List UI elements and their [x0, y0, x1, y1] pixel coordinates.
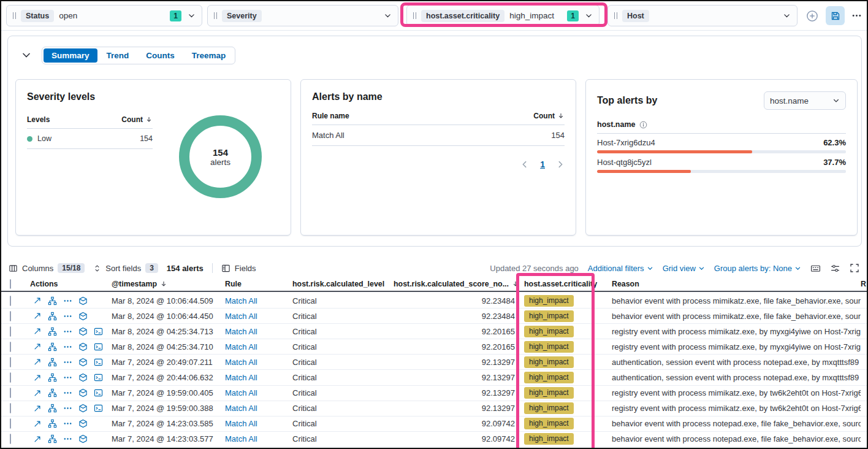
rule-link[interactable]: Match All — [225, 358, 257, 367]
top-alert-host-name[interactable]: Host-7xrig6dzu4 — [597, 138, 655, 147]
header-risk-level[interactable]: host.risk.calculated_level — [292, 280, 394, 288]
investigate-timeline-icon[interactable] — [78, 342, 88, 351]
reason-cell[interactable]: registry event with process mimikatz.exe… — [612, 342, 861, 351]
chevron-down-icon[interactable] — [188, 12, 196, 20]
session-view-icon[interactable] — [94, 388, 103, 397]
header-timestamp[interactable]: @timestamp — [112, 280, 225, 288]
more-actions-icon[interactable] — [63, 327, 72, 336]
analyze-event-icon[interactable] — [48, 373, 57, 382]
more-actions-icon[interactable] — [63, 373, 72, 382]
chevron-down-icon[interactable] — [585, 12, 593, 20]
analyze-event-icon[interactable] — [48, 434, 57, 443]
row-checkbox[interactable] — [10, 434, 11, 444]
session-view-icon[interactable] — [94, 404, 103, 413]
session-view-icon[interactable] — [94, 373, 103, 382]
drag-handle-icon[interactable] — [13, 12, 16, 19]
next-page-icon[interactable] — [556, 160, 565, 169]
row-checkbox[interactable] — [10, 296, 11, 306]
fullscreen-icon[interactable] — [850, 263, 859, 273]
rule-link[interactable]: Match All — [225, 404, 257, 413]
analyze-event-icon[interactable] — [48, 388, 57, 397]
reason-cell[interactable]: registry event with process mimikatz.exe… — [612, 327, 861, 336]
more-actions-icon[interactable] — [63, 388, 72, 397]
header-reason[interactable]: Reason — [612, 280, 861, 288]
investigate-timeline-icon[interactable] — [78, 327, 88, 336]
reason-cell[interactable]: behavior event with process notepad.exe,… — [612, 419, 861, 428]
keyboard-shortcuts-icon[interactable] — [810, 263, 821, 274]
chevron-down-icon[interactable] — [783, 12, 791, 20]
investigate-timeline-icon[interactable] — [78, 296, 88, 305]
analyze-event-icon[interactable] — [48, 342, 57, 351]
reason-cell[interactable]: registry event with process mimikatz.exe… — [612, 404, 861, 413]
display-options-icon[interactable] — [830, 263, 840, 274]
fields-button[interactable]: Fields — [221, 264, 256, 273]
expand-alert-icon[interactable] — [33, 389, 42, 397]
columns-button[interactable]: Columns 15/18 — [9, 263, 85, 273]
row-checkbox[interactable] — [10, 311, 11, 321]
investigate-timeline-icon[interactable] — [78, 373, 88, 382]
analyze-event-icon[interactable] — [48, 404, 57, 413]
expand-alert-icon[interactable] — [33, 358, 42, 366]
expand-alert-icon[interactable] — [33, 312, 42, 320]
header-rule[interactable]: Rule — [225, 280, 292, 288]
filter-host[interactable]: Host — [607, 5, 798, 26]
rule-link[interactable]: Match All — [225, 434, 257, 443]
analyze-event-icon[interactable] — [48, 419, 57, 428]
header-criticality[interactable]: host.asset.criticality — [520, 280, 612, 288]
sort-fields-button[interactable]: Sort fields 3 — [93, 263, 158, 273]
top-alert-host-name[interactable]: Host-qtg8jc5yzl — [597, 158, 652, 167]
drag-handle-icon[interactable] — [214, 12, 217, 19]
investigate-timeline-icon[interactable] — [78, 388, 88, 397]
expand-alert-icon[interactable] — [33, 327, 42, 336]
drag-handle-icon[interactable] — [413, 12, 416, 19]
save-query-button[interactable] — [826, 6, 845, 25]
session-view-icon[interactable] — [94, 358, 103, 367]
analyze-event-icon[interactable] — [48, 358, 57, 367]
expand-alert-icon[interactable] — [33, 435, 42, 443]
collapse-summary-icon[interactable] — [21, 50, 31, 60]
investigate-timeline-icon[interactable] — [78, 358, 88, 367]
rule-count-col[interactable]: Count — [533, 112, 555, 120]
select-all-checkbox[interactable] — [10, 279, 11, 289]
top-alerts-field-select[interactable]: host.name — [764, 91, 846, 110]
row-checkbox[interactable] — [10, 403, 11, 413]
info-icon[interactable] — [639, 121, 647, 129]
investigate-timeline-icon[interactable] — [78, 404, 88, 413]
analyze-event-icon[interactable] — [48, 296, 57, 305]
expand-alert-icon[interactable] — [33, 420, 42, 428]
prev-page-icon[interactable] — [520, 160, 529, 169]
investigate-timeline-icon[interactable] — [78, 312, 88, 321]
row-checkbox[interactable] — [10, 372, 11, 383]
tab-summary[interactable]: Summary — [44, 48, 97, 63]
rule-link[interactable]: Match All — [225, 419, 257, 428]
reason-cell[interactable]: behavior event with process mimikatz.exe… — [612, 312, 861, 321]
rule-link[interactable]: Match All — [225, 388, 257, 397]
more-actions-icon[interactable] — [63, 358, 72, 367]
row-checkbox[interactable] — [10, 357, 11, 367]
tab-trend[interactable]: Trend — [99, 48, 137, 63]
session-view-icon[interactable] — [94, 327, 103, 336]
more-actions-icon[interactable] — [63, 419, 72, 428]
reason-cell[interactable]: behavior event with process notepad.exe,… — [612, 434, 861, 443]
more-actions-icon[interactable] — [63, 296, 72, 305]
investigate-timeline-icon[interactable] — [78, 434, 88, 443]
group-alerts-button[interactable]: Group alerts by: None — [714, 264, 801, 273]
row-checkbox[interactable] — [10, 418, 11, 429]
filter-host-asset-criticality[interactable]: host.asset.criticality high_impact 1 — [406, 5, 600, 26]
analyze-event-icon[interactable] — [48, 327, 57, 336]
expand-alert-icon[interactable] — [33, 374, 42, 382]
analyze-event-icon[interactable] — [48, 312, 57, 321]
expand-alert-icon[interactable] — [33, 296, 42, 305]
chevron-down-icon[interactable] — [384, 12, 392, 20]
reason-cell[interactable]: registry event with process mimikatz.exe… — [612, 388, 861, 397]
expand-alert-icon[interactable] — [33, 342, 42, 351]
rule-link[interactable]: Match All — [225, 312, 257, 321]
rule-link[interactable]: Match All — [225, 327, 257, 336]
more-actions-icon[interactable] — [63, 434, 72, 443]
filter-severity[interactable]: Severity — [207, 5, 398, 26]
tab-counts[interactable]: Counts — [138, 48, 183, 63]
reason-cell[interactable]: authentication, session event with proce… — [612, 373, 861, 382]
filter-status[interactable]: Status open 1 — [6, 5, 202, 26]
expand-alert-icon[interactable] — [33, 404, 42, 413]
session-view-icon[interactable] — [94, 342, 103, 351]
